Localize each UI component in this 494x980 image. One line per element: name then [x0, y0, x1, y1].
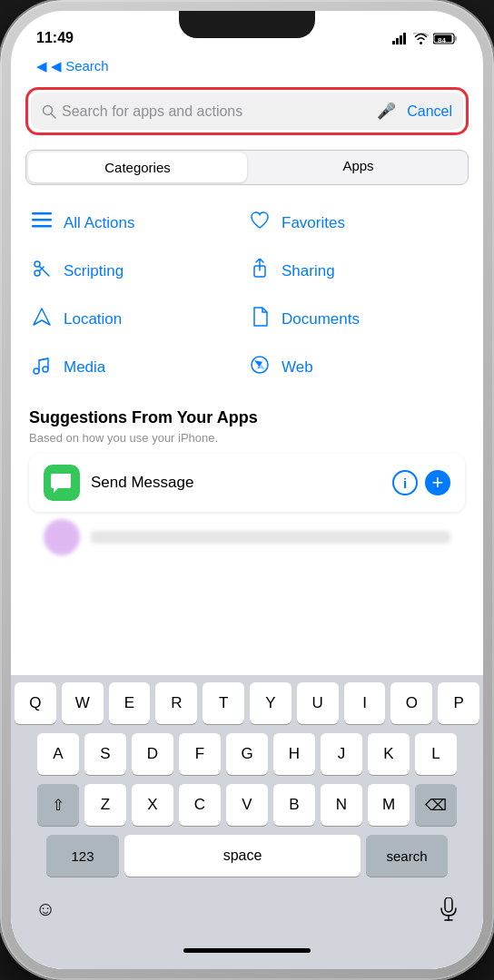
svg-rect-10: [32, 212, 52, 215]
key-k[interactable]: K: [368, 733, 410, 775]
blurred-text: [91, 531, 450, 544]
list-icon: [32, 211, 52, 230]
search-key[interactable]: search: [366, 835, 448, 877]
share-icon: [250, 259, 270, 279]
svg-marker-18: [34, 309, 50, 325]
home-bar-line: [183, 948, 311, 953]
key-h[interactable]: H: [273, 733, 315, 775]
key-i[interactable]: I: [344, 682, 386, 724]
blurred-icon: [44, 519, 80, 555]
category-web[interactable]: Web: [247, 346, 465, 388]
segment-apps[interactable]: Apps: [249, 151, 468, 184]
key-o[interactable]: O: [390, 682, 432, 724]
microphone-icon[interactable]: 🎤: [377, 102, 396, 121]
keyboard-mic-key[interactable]: [429, 889, 469, 929]
favorites-label: Favorites: [282, 214, 345, 232]
key-x[interactable]: X: [132, 784, 173, 826]
key-d[interactable]: D: [132, 733, 173, 775]
segment-control: Categories Apps: [25, 150, 469, 185]
wifi-icon: [413, 33, 429, 44]
keyboard-row-3: ⇧ Z X C V B N M ⌫: [15, 784, 479, 826]
documents-icon: [247, 307, 272, 331]
shift-key[interactable]: ⇧: [37, 784, 79, 826]
info-button[interactable]: i: [392, 470, 418, 495]
svg-line-21: [39, 358, 48, 360]
category-sharing[interactable]: Sharing: [247, 250, 465, 292]
key-z[interactable]: Z: [84, 784, 126, 826]
sharing-icon: [247, 259, 272, 283]
status-icons: 84: [392, 33, 458, 44]
compass-icon: [250, 355, 270, 375]
key-s[interactable]: S: [84, 733, 126, 775]
segment-categories[interactable]: Categories: [28, 152, 247, 182]
numbers-key[interactable]: 123: [46, 835, 119, 877]
key-a[interactable]: A: [37, 733, 79, 775]
svg-rect-25: [445, 897, 452, 912]
suggestions-subtitle: Based on how you use your iPhone.: [29, 431, 465, 445]
svg-rect-5: [455, 36, 457, 41]
heart-icon: [250, 211, 270, 230]
delete-key[interactable]: ⌫: [415, 784, 457, 826]
back-nav[interactable]: ◀ ◀ Search: [11, 56, 483, 82]
key-u[interactable]: U: [297, 682, 339, 724]
category-media[interactable]: Media: [29, 346, 247, 388]
svg-rect-2: [400, 35, 402, 44]
suggestion-send-message[interactable]: Send Message i +: [29, 454, 465, 512]
suggestions-section: Suggestions From Your Apps Based on how …: [11, 396, 483, 570]
key-m[interactable]: M: [368, 784, 410, 826]
key-f[interactable]: F: [179, 733, 221, 775]
home-bar: [15, 936, 479, 965]
key-w[interactable]: W: [62, 682, 104, 724]
category-favorites[interactable]: Favorites: [247, 201, 465, 244]
search-bar-container: Search for apps and actions 🎤 Cancel: [11, 82, 483, 141]
svg-rect-0: [392, 41, 395, 44]
key-c[interactable]: C: [179, 784, 221, 826]
categories-grid: All Actions Favorites: [11, 194, 483, 396]
key-r[interactable]: R: [155, 682, 197, 724]
suggestion-actions: i +: [392, 470, 450, 495]
svg-line-15: [40, 267, 50, 277]
svg-rect-11: [32, 219, 52, 221]
all-actions-icon: [29, 211, 54, 235]
key-n[interactable]: N: [321, 784, 362, 826]
key-y[interactable]: Y: [250, 682, 291, 724]
suggestions-title: Suggestions From Your Apps: [29, 408, 465, 427]
key-j[interactable]: J: [321, 733, 362, 775]
key-g[interactable]: G: [226, 733, 268, 775]
cancel-button[interactable]: Cancel: [403, 103, 452, 120]
search-highlight: Search for apps and actions 🎤 Cancel: [25, 87, 469, 135]
category-scripting[interactable]: Scripting: [29, 250, 247, 292]
documents-label: Documents: [282, 310, 360, 328]
search-bar-inner: Search for apps and actions: [42, 103, 370, 120]
battery-icon: 84: [433, 33, 458, 44]
doc-icon: [250, 307, 270, 327]
keyboard-row-4: 123 space search: [15, 835, 479, 877]
key-e[interactable]: E: [109, 682, 151, 724]
svg-text:84: 84: [438, 36, 446, 44]
svg-point-19: [34, 368, 39, 374]
media-label: Media: [64, 358, 105, 377]
svg-point-20: [43, 367, 48, 372]
search-bar[interactable]: Search for apps and actions 🎤 Cancel: [31, 93, 463, 130]
add-button[interactable]: +: [425, 470, 450, 495]
status-time: 11:49: [36, 30, 74, 46]
category-all-actions[interactable]: All Actions: [29, 201, 247, 244]
key-t[interactable]: T: [203, 682, 244, 724]
key-b[interactable]: B: [273, 784, 315, 826]
keyboard: Q W E R T Y U I O P A S D F G H J K: [11, 675, 483, 969]
space-key[interactable]: space: [124, 835, 361, 877]
location-label: Location: [64, 310, 122, 328]
key-l[interactable]: L: [415, 733, 457, 775]
scripting-icon: [29, 259, 54, 283]
svg-line-9: [52, 113, 56, 118]
key-p[interactable]: P: [438, 682, 479, 724]
music-icon: [32, 355, 52, 375]
scripting-label: Scripting: [64, 262, 124, 280]
category-location[interactable]: Location: [29, 298, 247, 340]
emoji-key[interactable]: ☺: [25, 889, 65, 929]
signal-icon: [392, 33, 409, 44]
category-documents[interactable]: Documents: [247, 298, 465, 340]
key-v[interactable]: V: [226, 784, 268, 826]
key-q[interactable]: Q: [15, 682, 56, 724]
phone-frame: 11:49: [0, 0, 494, 980]
